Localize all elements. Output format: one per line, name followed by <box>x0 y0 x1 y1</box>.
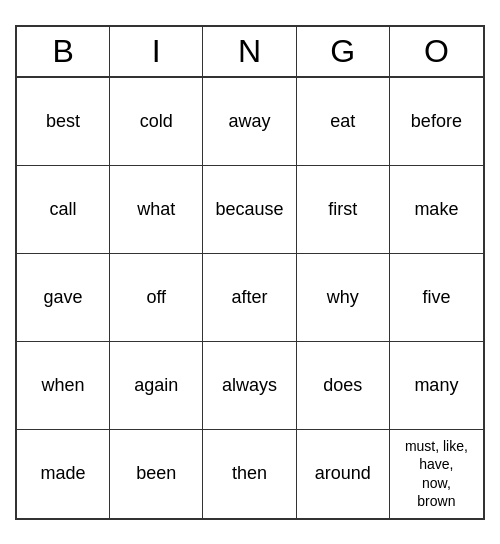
bingo-cell-2: away <box>203 78 296 166</box>
bingo-cell-21: been <box>110 430 203 518</box>
bingo-cell-10: gave <box>17 254 110 342</box>
bingo-card: B I N G O bestcoldawayeatbeforecallwhatb… <box>15 25 485 520</box>
bingo-cell-15: when <box>17 342 110 430</box>
bingo-cell-5: call <box>17 166 110 254</box>
bingo-cell-6: what <box>110 166 203 254</box>
header-b: B <box>17 27 110 76</box>
bingo-cell-16: again <box>110 342 203 430</box>
bingo-cell-9: make <box>390 166 483 254</box>
bingo-cell-18: does <box>297 342 390 430</box>
bingo-cell-13: why <box>297 254 390 342</box>
bingo-cell-23: around <box>297 430 390 518</box>
bingo-cell-8: first <box>297 166 390 254</box>
bingo-grid: bestcoldawayeatbeforecallwhatbecausefirs… <box>17 78 483 518</box>
header-i: I <box>110 27 203 76</box>
bingo-cell-12: after <box>203 254 296 342</box>
bingo-cell-14: five <box>390 254 483 342</box>
header-g: G <box>297 27 390 76</box>
bingo-cell-3: eat <box>297 78 390 166</box>
header-o: O <box>390 27 483 76</box>
bingo-cell-11: off <box>110 254 203 342</box>
bingo-header: B I N G O <box>17 27 483 78</box>
bingo-cell-0: best <box>17 78 110 166</box>
header-n: N <box>203 27 296 76</box>
bingo-cell-4: before <box>390 78 483 166</box>
bingo-cell-19: many <box>390 342 483 430</box>
bingo-cell-22: then <box>203 430 296 518</box>
bingo-cell-1: cold <box>110 78 203 166</box>
bingo-cell-20: made <box>17 430 110 518</box>
bingo-cell-17: always <box>203 342 296 430</box>
bingo-cell-7: because <box>203 166 296 254</box>
bingo-cell-24: must, like, have, now, brown <box>390 430 483 518</box>
